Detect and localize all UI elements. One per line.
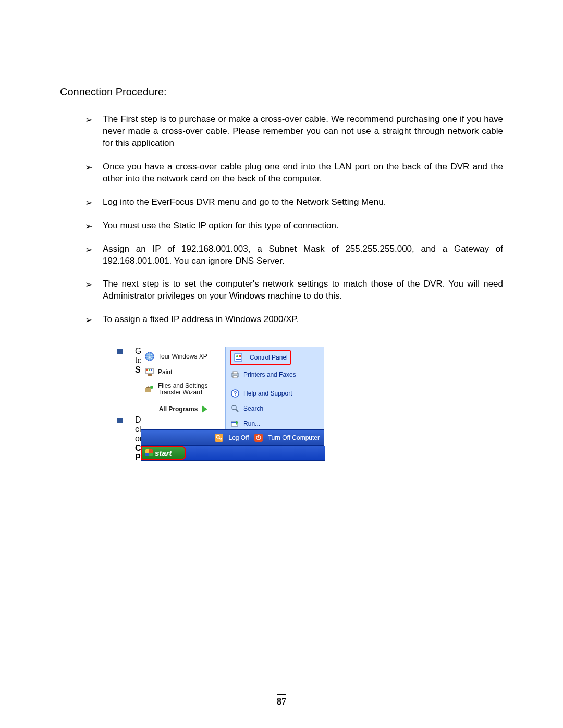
start-label: start — [155, 449, 172, 458]
windows-flag-icon — [145, 449, 153, 456]
menu-label: Control Panel — [250, 354, 288, 361]
taskbar: start — [141, 446, 325, 461]
svg-rect-3 — [149, 369, 150, 371]
procedure-list: The First step is to purchase or make a … — [60, 114, 503, 326]
menu-item-paint[interactable]: Paint — [144, 367, 222, 377]
separator — [230, 385, 320, 385]
turnoff-label[interactable]: Turn Off Computer — [268, 434, 320, 441]
svg-point-17 — [232, 405, 236, 410]
menu-item-run[interactable]: Run... — [230, 418, 320, 429]
menu-label: Search — [243, 405, 263, 412]
key-icon — [215, 434, 223, 442]
list-item: Once you have a cross-over cable plug on… — [85, 161, 503, 185]
svg-rect-5 — [148, 374, 152, 376]
menu-label: Files and Settings Transfer Wizard — [158, 382, 222, 396]
svg-rect-11 — [236, 359, 241, 360]
svg-line-18 — [236, 409, 238, 412]
svg-point-7 — [150, 386, 153, 389]
all-programs-label: All Programs — [159, 405, 198, 413]
menu-item-control-panel[interactable]: Control Panel — [230, 350, 320, 365]
svg-point-9 — [236, 355, 238, 357]
start-menu-screenshot: Tour Windows XP Paint Files and Settings… — [141, 347, 328, 503]
list-item: Assign an IP of 192.168.001.003, a Subne… — [85, 243, 503, 267]
sub-instruction: Go to Start — [117, 347, 138, 375]
start-menu-right: Control Panel Printers and Faxes ? — [225, 347, 324, 429]
menu-item-tour[interactable]: Tour Windows XP — [144, 351, 222, 362]
start-menu-left: Tour Windows XP Paint Files and Settings… — [141, 347, 225, 429]
separator — [144, 402, 222, 402]
printer-icon — [230, 369, 240, 380]
square-bullet-icon — [117, 418, 123, 423]
all-programs[interactable]: All Programs — [144, 405, 222, 413]
wizard-icon — [144, 384, 155, 394]
section-heading: Connection Procedure: — [60, 86, 503, 98]
list-item: The First step is to purchase or make a … — [85, 114, 503, 150]
svg-rect-6 — [145, 388, 151, 392]
menu-label: Printers and Faxes — [243, 371, 296, 378]
run-icon — [230, 418, 240, 429]
globe-icon — [144, 351, 155, 362]
page-number: 87 — [0, 694, 563, 707]
list-item: You must use the Static IP option for th… — [85, 220, 503, 232]
start-button[interactable]: start — [141, 446, 186, 460]
page-number-value: 87 — [277, 696, 286, 707]
square-bullet-icon — [117, 349, 123, 354]
sub-instruction: Double-click on Control Panel — [117, 415, 138, 462]
svg-rect-14 — [233, 376, 237, 378]
list-item: To assign a fixed IP address in Windows … — [85, 314, 503, 326]
menu-item-search[interactable]: Search — [230, 403, 320, 414]
list-item: The next step is to set the computer's n… — [85, 278, 503, 302]
power-icon — [254, 434, 263, 442]
menu-label: Tour Windows XP — [158, 353, 207, 360]
menu-item-help[interactable]: ? Help and Support — [230, 388, 320, 399]
highlighted-control-panel: Control Panel — [230, 350, 291, 365]
menu-label: Run... — [243, 420, 260, 427]
help-icon: ? — [230, 388, 240, 399]
svg-rect-10 — [239, 355, 241, 357]
logoff-label[interactable]: Log Off — [228, 434, 249, 441]
svg-rect-13 — [233, 372, 237, 374]
svg-text:?: ? — [234, 390, 237, 397]
svg-rect-2 — [146, 369, 148, 371]
menu-label: Help and Support — [243, 390, 292, 397]
svg-rect-4 — [151, 369, 152, 371]
logoff-bar: Log Off Turn Off Computer — [141, 430, 324, 446]
paint-icon — [144, 367, 155, 377]
menu-item-printers[interactable]: Printers and Faxes — [230, 369, 320, 380]
arrow-right-icon — [202, 405, 207, 413]
list-item: Log into the EverFocus DVR menu and go t… — [85, 196, 503, 208]
search-icon — [230, 403, 240, 414]
menu-label: Paint — [158, 368, 172, 376]
control-panel-icon — [233, 352, 243, 363]
menu-item-fst[interactable]: Files and Settings Transfer Wizard — [144, 382, 222, 396]
